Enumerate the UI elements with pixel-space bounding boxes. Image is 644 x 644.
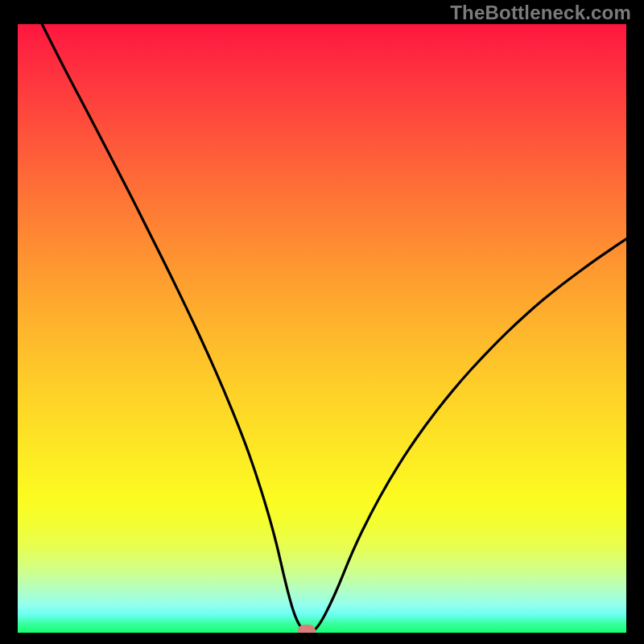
curve-svg bbox=[18, 24, 626, 633]
optimum-marker bbox=[298, 625, 316, 633]
plot-area bbox=[18, 24, 626, 633]
chart-frame: TheBottleneck.com bbox=[0, 0, 644, 644]
bottleneck-curve bbox=[42, 24, 626, 632]
watermark-text: TheBottleneck.com bbox=[450, 2, 631, 24]
